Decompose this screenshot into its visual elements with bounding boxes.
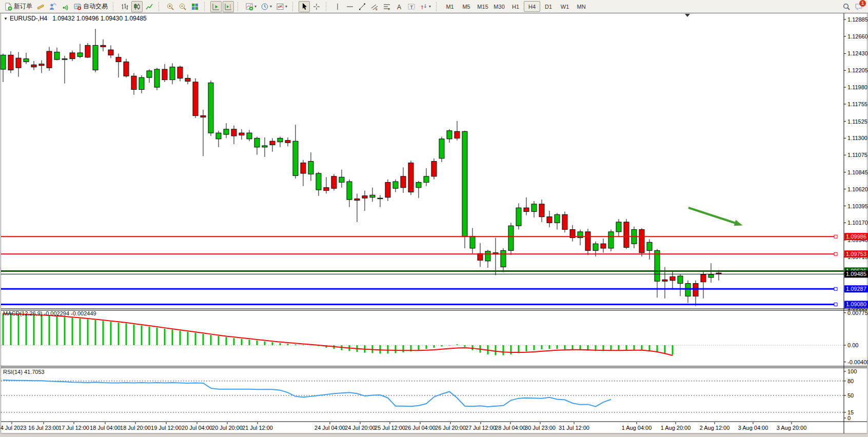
- crosshair-icon: [312, 3, 321, 11]
- time-tick-label: 26 Jul 20:00: [435, 425, 466, 431]
- timeframe-m1-button[interactable]: M1: [442, 1, 458, 12]
- tile-windows-button[interactable]: [189, 1, 201, 12]
- timeframe-m15-button[interactable]: M15: [475, 1, 491, 12]
- search-button[interactable]: [841, 1, 852, 12]
- periods-button[interactable]: ▾: [259, 1, 273, 12]
- timeframe-m5-button[interactable]: M5: [458, 1, 475, 12]
- text-label-button[interactable]: T: [406, 1, 417, 12]
- toolbar: 新订单自动交易▾▾▾EFAT▾M1M5M15M30H1H4D1W1MN1: [0, 0, 868, 13]
- candlestick-chart-button[interactable]: [131, 1, 143, 12]
- hline-price-label: 1.09080: [844, 301, 868, 308]
- crosshair-button[interactable]: [311, 1, 322, 12]
- time-tick-label: 3 Aug 04:00: [738, 425, 768, 431]
- templates-button[interactable]: ▾: [274, 1, 289, 12]
- timeframe-m30-button[interactable]: M30: [491, 1, 507, 12]
- chart-shift-marker-icon[interactable]: [685, 14, 690, 17]
- hline-1.09753[interactable]: [1, 252, 837, 255]
- cursor-button[interactable]: [299, 1, 310, 12]
- zoom-in-icon: [166, 3, 174, 11]
- candles[interactable]: [1, 29, 721, 306]
- chart-profile-button[interactable]: [35, 1, 46, 12]
- hline-icon: [346, 3, 354, 11]
- svg-text:A: A: [397, 3, 401, 10]
- svg-text:1.09986: 1.09986: [846, 233, 866, 240]
- time-tick-label: 1 Aug 20:00: [661, 425, 691, 431]
- timeframe-h1-button[interactable]: H1: [507, 1, 524, 12]
- price-tick-label: 1.11525: [847, 118, 867, 125]
- auto-scroll-button[interactable]: [210, 1, 222, 12]
- time-tick-label: 2 Aug 12:00: [700, 425, 730, 431]
- chart-shift-button[interactable]: [223, 1, 234, 12]
- rsi-line: [3, 380, 611, 407]
- price-tick-label: 1.11755: [847, 101, 867, 107]
- fibonacci-icon: F: [383, 3, 391, 11]
- chevron-down-icon: ▾: [254, 4, 257, 9]
- timeframe-mn-button[interactable]: MN: [573, 1, 589, 12]
- zoom-out-button[interactable]: [177, 1, 188, 12]
- price-tick-label: 1.12430: [847, 50, 868, 56]
- new-order-button[interactable]: 新订单: [3, 1, 34, 12]
- mt4-terminal: { "window": { "symbol_period": "EURUSD-,…: [0, 0, 868, 437]
- trendline-icon: [358, 3, 366, 11]
- signal-icon: [61, 3, 69, 11]
- time-tick-label: 1 Aug 04:00: [622, 425, 652, 431]
- time-tick-label: 18 Jul 04:00: [90, 425, 121, 431]
- hline-1.09080[interactable]: [1, 303, 837, 306]
- timeframe-d1-button[interactable]: D1: [540, 1, 557, 12]
- time-tick-label: 18 Jul 20:00: [120, 425, 151, 431]
- zoom-in-button[interactable]: [165, 1, 176, 12]
- tile-windows-icon: [191, 3, 199, 11]
- candles-icon: [133, 3, 141, 11]
- svg-text:1.09753: 1.09753: [846, 251, 866, 257]
- hline-1.09287[interactable]: [1, 287, 837, 290]
- trendline-button[interactable]: [357, 1, 368, 12]
- rsi-tick-label: 0: [847, 415, 851, 421]
- rsi-label: RSI(14) 41.7053: [3, 369, 45, 375]
- toolbar-separator: [204, 2, 208, 11]
- line-chart-button[interactable]: [144, 1, 155, 12]
- time-tick-label: 26 Jul 04:00: [405, 425, 436, 431]
- auto-trading-button[interactable]: 自动交易: [72, 1, 109, 12]
- text-label-icon: T: [407, 3, 416, 11]
- bar-chart-button[interactable]: [119, 1, 130, 12]
- time-tick-label: 21 Jul 12:00: [242, 425, 273, 431]
- time-tick-label: 28 Jul 04:00: [495, 425, 526, 431]
- chevron-down-icon: ▾: [285, 4, 287, 9]
- text-button[interactable]: A: [393, 1, 405, 12]
- chart-shift-icon: [224, 3, 232, 11]
- line-chart-icon: [145, 3, 153, 11]
- chevron-down-icon[interactable]: ▼: [4, 16, 8, 21]
- price-tick-label: 1.10845: [847, 169, 868, 175]
- hline-price-label: 1.09287: [844, 285, 868, 292]
- svg-text:1.09287: 1.09287: [846, 286, 866, 292]
- fibonacci-button[interactable]: F: [381, 1, 392, 12]
- price-tick-label: 1.10620: [847, 186, 868, 192]
- timeframe-w1-button[interactable]: W1: [557, 1, 573, 12]
- arrow-object[interactable]: [688, 208, 743, 226]
- macd-tick-label: -0.004007: [847, 359, 868, 365]
- time-tick-label: 30 Jul 23:00: [525, 425, 556, 431]
- chevron-down-icon: ▾: [429, 4, 431, 9]
- price-tick-label: 1.10395: [847, 203, 868, 209]
- channel-icon: E: [370, 3, 379, 11]
- time-tick-label: 20 Jul 04:00: [182, 425, 212, 431]
- hline-1.09986[interactable]: [1, 235, 837, 238]
- indicators-button[interactable]: ▾: [244, 1, 258, 12]
- chart-canvas[interactable]: 1.128851.126601.124301.122051.119801.117…: [0, 0, 868, 437]
- strategy-tester-button[interactable]: [47, 1, 58, 12]
- price-tick-label: 1.12885: [847, 16, 868, 23]
- hline-price-label: 1.09986: [844, 233, 868, 240]
- timeframe-h4-button[interactable]: H4: [524, 1, 540, 12]
- vertical-line-button[interactable]: [332, 1, 343, 12]
- toolbar-separator: [159, 2, 162, 11]
- hline-price-label: 1.09753: [844, 250, 868, 257]
- equidistant-channel-button[interactable]: E: [369, 1, 380, 12]
- notifications-button[interactable]: 1: [853, 1, 864, 12]
- toolbar-right: 1: [840, 0, 865, 13]
- magnifier-icon: [842, 3, 851, 11]
- price-tick-label: 1.11300: [847, 135, 867, 141]
- rsi-tick-label: 100: [847, 368, 857, 374]
- arrows-button[interactable]: ▾: [418, 1, 432, 12]
- signals-button[interactable]: [60, 1, 71, 12]
- horizontal-line-button[interactable]: [344, 1, 356, 12]
